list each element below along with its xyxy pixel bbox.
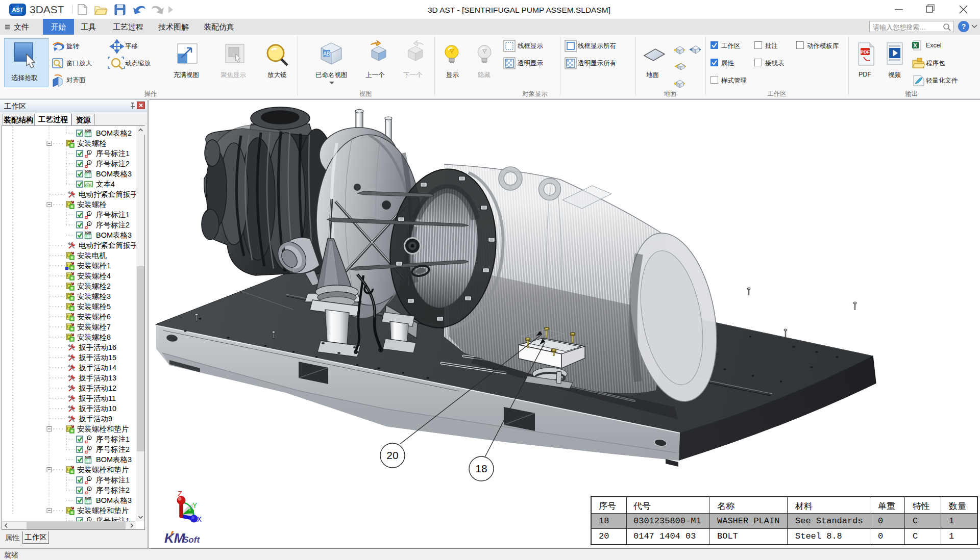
svg-text:AB: AB	[323, 51, 330, 57]
svg-text:安装螺栓4: 安装螺栓4	[77, 272, 111, 280]
svg-text:Soft: Soft	[183, 535, 200, 545]
svg-text:序号标注2: 序号标注2	[96, 486, 130, 494]
svg-text:BOM表格3: BOM表格3	[96, 170, 132, 178]
svg-text:BOM表格3: BOM表格3	[96, 231, 132, 239]
svg-text:18: 18	[475, 463, 487, 474]
svg-text:Y: Y	[192, 502, 197, 511]
svg-text:安装螺栓3: 安装螺栓3	[77, 292, 111, 300]
svg-text:扳手活动11: 扳手活动11	[79, 394, 116, 402]
svg-text:扳手活动13: 扳手活动13	[79, 374, 116, 382]
svg-text:序号标注1: 序号标注1	[96, 435, 130, 443]
svg-text:电动拧紧套筒扳手28: 电动拧紧套筒扳手28	[79, 190, 144, 198]
svg-text:安装螺栓8: 安装螺栓8	[77, 333, 111, 341]
svg-text:安装螺栓和垫片: 安装螺栓和垫片	[77, 466, 129, 474]
svg-text:安装螺栓7: 安装螺栓7	[77, 323, 111, 331]
svg-text:序号标注2: 序号标注2	[96, 160, 130, 168]
svg-text:电动拧紧套筒扳手26: 电动拧紧套筒扳手26	[79, 241, 144, 249]
svg-text:BOM表格2: BOM表格2	[96, 129, 132, 137]
svg-text:扳手活动15: 扳手活动15	[79, 353, 116, 362]
svg-text:3DAST: 3DAST	[30, 4, 64, 15]
svg-text:扳手活动10: 扳手活动10	[79, 404, 116, 413]
svg-text:Z: Z	[178, 490, 182, 499]
svg-text:安装螺栓6: 安装螺栓6	[77, 313, 111, 321]
svg-text:序号标注1: 序号标注1	[96, 211, 130, 219]
svg-text:X: X	[197, 516, 202, 524]
svg-text:扳手活动16: 扳手活动16	[79, 343, 116, 351]
svg-text:BOM表格3: BOM表格3	[96, 496, 132, 504]
svg-text:PDF: PDF	[861, 49, 870, 55]
svg-text:安装螺栓: 安装螺栓	[77, 200, 107, 209]
svg-text:安装螺栓1: 安装螺栓1	[77, 262, 111, 270]
svg-text:X: X	[913, 42, 917, 48]
svg-text:安装螺栓: 安装螺栓	[77, 139, 107, 147]
svg-text:安装螺栓和垫片: 安装螺栓和垫片	[77, 506, 129, 515]
svg-text:扳手活动14: 扳手活动14	[79, 364, 116, 372]
svg-text:文本4: 文本4	[96, 180, 115, 188]
svg-text:安装电机: 安装电机	[77, 251, 107, 260]
svg-text:序号标注2: 序号标注2	[96, 445, 130, 453]
svg-text:扳手活动12: 扳手活动12	[79, 384, 116, 392]
svg-text:序号标注2: 序号标注2	[96, 221, 130, 229]
svg-text:安装螺栓和垫片: 安装螺栓和垫片	[77, 425, 129, 433]
svg-text:3D AST - [SENTRIFUGAL PUMP ASS: 3D AST - [SENTRIFUGAL PUMP ASSEM.SLDASM]	[428, 6, 610, 14]
svg-text:安装螺栓5: 安装螺栓5	[77, 302, 111, 311]
svg-text:扳手活动9: 扳手活动9	[79, 415, 112, 423]
svg-text:安装螺栓2: 安装螺栓2	[77, 282, 111, 290]
svg-text:BOM表格3: BOM表格3	[96, 455, 132, 464]
svg-text:AST: AST	[12, 7, 23, 13]
svg-text:20: 20	[386, 449, 398, 461]
svg-text:序号标注1: 序号标注1	[96, 149, 130, 158]
svg-text:序号标注1: 序号标注1	[96, 476, 130, 484]
